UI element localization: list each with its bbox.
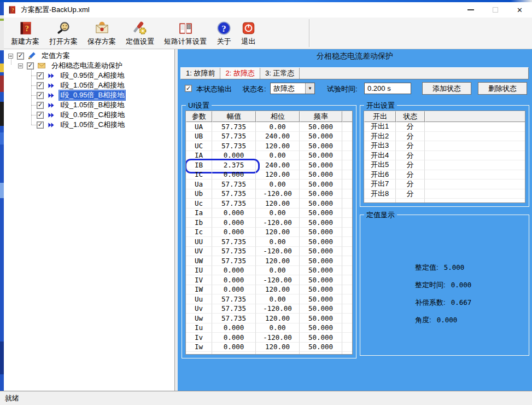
tab-3[interactable]: 3: 正常态: [260, 68, 300, 79]
filler-cell: [342, 314, 352, 323]
filler-cell: [342, 132, 352, 142]
table-row[interactable]: UW57.735120.0050.000: [186, 256, 352, 266]
toolbar-button-setting[interactable]: 定值设置: [121, 19, 159, 47]
toolbar-button-about[interactable]: ?关于: [212, 19, 236, 47]
table-row[interactable]: Ua57.7350.0050.000: [186, 180, 352, 189]
delete-state-button[interactable]: 删除状态: [478, 82, 527, 95]
tree-leaf-list: Ⅰ段_0.95倍_A相接地Ⅰ段_1.05倍_A相接地Ⅰ段_0.95倍_B相接地Ⅰ…: [4, 71, 174, 130]
table-row[interactable]: Iw0.000120.0050.000: [186, 343, 352, 352]
table-row[interactable]: 开出6分: [364, 170, 525, 180]
table-row[interactable]: Uu57.7350.0050.000: [186, 294, 352, 304]
ui-table-header: 参数幅值相位频率: [186, 111, 352, 122]
filler-cell: [342, 343, 352, 352]
table-row[interactable]: 开出8分: [364, 189, 525, 199]
table-row[interactable]: 开出7分: [364, 180, 525, 189]
state-name-label: 状态名:: [243, 84, 266, 94]
table-row[interactable]: 开出3分: [364, 141, 525, 151]
tree-item-checkbox[interactable]: [37, 82, 44, 89]
value-cell: 120.00: [256, 285, 300, 295]
maximize-icon: [493, 7, 498, 13]
toolbar-button-open[interactable]: 打开方案: [44, 19, 83, 47]
table-row[interactable]: UV57.735-120.0050.000: [186, 247, 352, 257]
column-header: 幅值: [212, 111, 256, 122]
toolbar-button-save[interactable]: 保存方案: [83, 19, 121, 47]
row-name-cell: UB: [186, 132, 212, 142]
tab-2[interactable]: 2: 故障态: [220, 68, 260, 79]
table-row[interactable]: 开出5分: [364, 160, 525, 170]
value-cell: 0.000: [212, 333, 256, 343]
value-cell: 50.000: [300, 160, 342, 170]
value-cell: -120.00: [256, 304, 300, 314]
table-row[interactable]: IB2.375240.0050.000: [186, 160, 352, 170]
table-row[interactable]: Uv57.735-120.0050.000: [186, 304, 352, 314]
tree-item-3[interactable]: Ⅰ段_0.95倍_B相接地: [4, 90, 174, 100]
tree-item-4[interactable]: Ⅰ段_1.05倍_B相接地: [4, 100, 174, 110]
table-row[interactable]: IA0.0000.0050.000: [186, 151, 352, 161]
test-time-input[interactable]: 0.200 s: [364, 83, 411, 94]
value-cell: 0.000: [212, 170, 256, 180]
tree-root[interactable]: 定值方案: [4, 51, 174, 61]
toolbar-button-exit[interactable]: 退出: [236, 19, 261, 47]
about-icon: ?: [217, 21, 231, 36]
tree-item-5[interactable]: Ⅰ段_0.95倍_C相接地: [4, 110, 174, 120]
table-row[interactable]: Uc57.735120.0050.000: [186, 199, 352, 209]
table-row[interactable]: 开出2分: [364, 132, 525, 142]
filler-cell: [342, 228, 352, 238]
tree-item-label: Ⅰ段_1.05倍_C相接地: [59, 119, 126, 130]
tree-item-checkbox[interactable]: [37, 92, 44, 99]
tree-group[interactable]: 分相稳态电流差动保护: [4, 61, 174, 71]
tab-1[interactable]: 1: 故障前: [181, 68, 220, 79]
output-state-checkbox[interactable]: [185, 85, 192, 92]
table-row[interactable]: Ub57.735-120.0050.000: [186, 189, 352, 199]
row-name-cell: Uc: [186, 199, 212, 209]
toolbar-button-shortcalc[interactable]: 短路计算设置: [159, 19, 212, 47]
tree-item-checkbox[interactable]: [37, 72, 44, 79]
table-row[interactable]: IU0.0000.0050.000: [186, 266, 352, 276]
tree-item-checkbox[interactable]: [37, 121, 44, 129]
minimize-button[interactable]: [458, 2, 483, 18]
table-row[interactable]: IW0.000120.0050.000: [186, 285, 352, 295]
setting-label: 角度:: [415, 315, 431, 325]
chevron-down-icon[interactable]: ▼: [305, 83, 314, 94]
state-name-value: 故障态: [271, 84, 305, 94]
state-name-select[interactable]: 故障态 ▼: [270, 83, 315, 94]
table-row[interactable]: IC0.000120.0050.000: [186, 170, 352, 180]
table-row[interactable]: 开出1分: [364, 122, 525, 132]
collapse-toggle-icon[interactable]: [8, 54, 13, 59]
setting-value-group-title: 定值显示: [364, 210, 397, 220]
table-row[interactable]: UC57.735120.0050.000: [186, 141, 352, 151]
tree-item-6[interactable]: Ⅰ段_1.05倍_C相接地: [4, 120, 174, 130]
add-state-button[interactable]: 添加状态: [422, 82, 471, 95]
tree-item-1[interactable]: Ⅰ段_0.95倍_A相接地: [4, 71, 174, 80]
table-row[interactable]: Ib0.000-120.0050.000: [186, 218, 352, 228]
toolbar-button-new[interactable]: ?新建方案: [6, 19, 44, 47]
close-button[interactable]: ✕: [507, 2, 532, 18]
toolbar-button-label: 保存方案: [87, 37, 116, 47]
filler-cell: [342, 333, 352, 343]
collapse-toggle-icon[interactable]: [18, 63, 23, 68]
table-row[interactable]: Uw57.735120.0050.000: [186, 314, 352, 323]
table-row[interactable]: UU57.7350.0050.000: [186, 237, 352, 247]
tree-item-2[interactable]: Ⅰ段_1.05倍_A相接地: [4, 80, 174, 90]
filler-cell: [342, 352, 352, 355]
toolbar-button-label: 新建方案: [11, 37, 39, 47]
tree-group-checkbox[interactable]: [27, 62, 34, 70]
table-row[interactable]: UA57.7350.0050.000: [186, 122, 352, 132]
table-row[interactable]: UB57.735240.0050.000: [186, 132, 352, 142]
value-cell: 分: [396, 141, 425, 151]
tree-root-checkbox[interactable]: [17, 53, 24, 60]
maximize-button[interactable]: [483, 2, 507, 18]
table-row[interactable]: Ia0.0000.0050.000: [186, 209, 352, 218]
setting-line: 整定时间:0.000: [415, 280, 471, 290]
table-row[interactable]: Iu0.0000.0050.000: [186, 323, 352, 333]
table-row[interactable]: Ic0.000120.0050.000: [186, 228, 352, 238]
filler-cell: [342, 160, 352, 170]
tree-item-checkbox[interactable]: [37, 102, 44, 109]
value-cell: 分: [396, 160, 425, 170]
table-row[interactable]: 开出4分: [364, 151, 525, 161]
value-cell: 50.000: [300, 218, 342, 228]
filler-cell: [425, 160, 525, 170]
table-row[interactable]: Iv0.000-120.0050.000: [186, 333, 352, 343]
table-row[interactable]: IV0.000-120.0050.000: [186, 275, 352, 285]
tree-item-checkbox[interactable]: [37, 112, 44, 119]
